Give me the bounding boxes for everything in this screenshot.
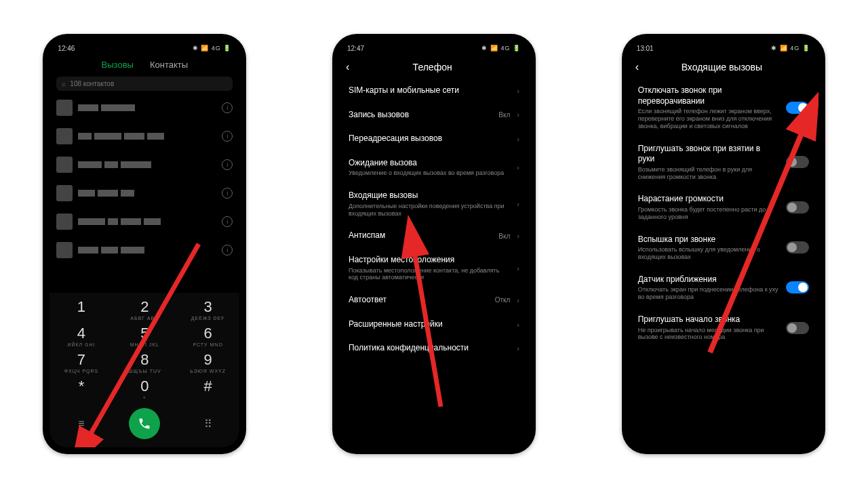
dialkey-5[interactable]: 5МНОП JKL <box>117 325 172 347</box>
setting-sub: Использовать вспышку для уведомления о в… <box>638 246 779 261</box>
setting-sub: Возьмите звонящий телефон в руки для сни… <box>638 166 779 181</box>
dialkey-2[interactable]: 2АБВГ ABC <box>117 298 172 321</box>
setting-value: Вкл <box>498 232 510 240</box>
page-title: Входящие вызовы <box>646 62 798 73</box>
info-icon[interactable]: i <box>222 245 233 256</box>
dialkey-1[interactable]: 1 <box>54 298 108 321</box>
dialkey-9[interactable]: 9ЬЭЮЯ WXYZ <box>181 351 235 373</box>
phone-frame-2: 12:47 ✱ 📶 4G 🔋 ‹ Телефон SIM-карты и моб… <box>332 34 536 454</box>
setting-label: Антиспам <box>349 230 492 241</box>
list-item[interactable]: i <box>56 150 233 179</box>
tab-contacts[interactable]: Контакты <box>150 60 188 70</box>
settings-row[interactable]: Политика конфиденциальности› <box>349 336 519 361</box>
dialkey-6[interactable]: 6РСТУ MNO <box>181 325 235 347</box>
settings-row[interactable]: Приглушать звонок при взятии в рукиВозьм… <box>638 137 809 188</box>
setting-label: Автоответ <box>349 295 488 306</box>
screen-2: 12:47 ✱ 📶 4G 🔋 ‹ Телефон SIM-карты и моб… <box>339 41 529 447</box>
settings-row[interactable]: Расширенные настройки› <box>349 312 519 337</box>
blur <box>78 190 216 197</box>
dialpad: 12АБВГ ABC3ДЕЁЖЗ DEF4ИЙКЛ GHI5МНОП JKL6Р… <box>50 293 239 447</box>
blur <box>78 161 216 168</box>
blur <box>78 104 216 111</box>
setting-label: Вспышка при звонке <box>638 235 779 245</box>
settings-row[interactable]: Датчик приближенияОтключать экран при по… <box>638 268 809 308</box>
info-icon[interactable]: i <box>222 188 233 199</box>
dialkey-4[interactable]: 4ИЙКЛ GHI <box>54 325 108 347</box>
settings-row[interactable]: Отключать звонок при переворачиванииЕсли… <box>638 79 809 137</box>
call-list[interactable]: i i i i i i <box>50 94 239 293</box>
titlebar: ‹ Телефон <box>339 56 529 79</box>
settings-row[interactable]: Переадресация вызовов› <box>349 127 519 151</box>
setting-value: Вкл <box>498 111 510 119</box>
chevron-right-icon: › <box>517 200 519 208</box>
list-item[interactable]: i <box>56 236 233 264</box>
clock: 13:01 <box>637 45 654 52</box>
setting-label: Приглушать начало звонка <box>638 314 779 325</box>
setting-label: Входящие вызовы <box>349 190 510 201</box>
settings-list[interactable]: Отключать звонок при переворачиванииЕсли… <box>629 79 818 447</box>
info-icon[interactable]: i <box>222 159 233 170</box>
settings-list[interactable]: SIM-карты и мобильные сети›Запись вызово… <box>339 79 529 447</box>
back-icon[interactable]: ‹ <box>635 61 639 73</box>
avatar <box>56 185 73 201</box>
setting-sub: Показывать местоположение контакта, не д… <box>349 267 510 282</box>
screen-1: 12:46 ✱ 📶 4G 🔋 Вызовы Контакты ⌕ 108 кон… <box>50 41 239 447</box>
info-icon[interactable]: i <box>222 131 233 142</box>
tab-calls[interactable]: Вызовы <box>102 60 134 70</box>
dialkey-#[interactable]: # <box>181 378 235 400</box>
search-icon: ⌕ <box>62 80 66 87</box>
chevron-right-icon: › <box>517 135 519 143</box>
blur <box>78 218 216 225</box>
phone-frame-3: 13:01 ✱ 📶 4G 🔋 ‹ Входящие вызовы Отключа… <box>622 34 825 454</box>
toggle[interactable] <box>786 241 809 253</box>
setting-sub: Если звонящий телефон лежит экраном ввер… <box>638 108 779 129</box>
search-input[interactable]: ⌕ 108 контактов <box>56 77 233 91</box>
statusbar: 12:47 ✱ 📶 4G 🔋 <box>339 41 529 56</box>
settings-row[interactable]: Запись вызововВкл› <box>349 103 519 127</box>
list-item[interactable]: i <box>56 207 233 236</box>
toggle[interactable] <box>786 102 809 114</box>
settings-row[interactable]: АвтоответОткл› <box>349 288 519 312</box>
status-icons: ✱ 📶 4G 🔋 <box>481 45 521 52</box>
keypad-icon[interactable]: ⠿ <box>193 418 224 430</box>
status-icons: ✱ 📶 4G 🔋 <box>771 45 810 52</box>
status-icons: ✱ 📶 4G 🔋 <box>193 45 232 52</box>
settings-row[interactable]: Входящие вызовыДополнительные настройки … <box>349 184 519 224</box>
setting-value: Откл <box>495 296 511 304</box>
settings-row[interactable]: Ожидание вызоваУведомление о входящих вы… <box>349 151 519 184</box>
toggle[interactable] <box>786 322 809 334</box>
settings-row[interactable]: SIM-карты и мобильные сети› <box>349 79 519 103</box>
search-placeholder: 108 контактов <box>70 80 114 87</box>
list-item[interactable]: i <box>56 94 233 122</box>
dialkey-*[interactable]: * <box>54 378 108 400</box>
titlebar: ‹ Входящие вызовы <box>629 56 818 79</box>
setting-label: SIM-карты и мобильные сети <box>349 85 510 96</box>
info-icon[interactable]: i <box>222 102 233 113</box>
list-item[interactable]: i <box>56 122 233 150</box>
settings-row[interactable]: Нарастание громкостиГромкость звонка буд… <box>638 187 809 227</box>
toggle[interactable] <box>786 201 809 214</box>
toggle[interactable] <box>786 156 809 168</box>
chevron-right-icon: › <box>517 163 519 171</box>
menu-icon[interactable]: ≡ <box>66 418 97 430</box>
screen-3: 13:01 ✱ 📶 4G 🔋 ‹ Входящие вызовы Отключа… <box>629 41 818 447</box>
settings-row[interactable]: Приглушать начало звонкаНе проигрывать н… <box>638 308 809 348</box>
setting-label: Приглушать звонок при взятии в руки <box>638 144 779 165</box>
chevron-right-icon: › <box>517 296 519 304</box>
chevron-right-icon: › <box>517 321 519 329</box>
back-icon[interactable]: ‹ <box>346 61 349 73</box>
settings-row[interactable]: АнтиспамВкл› <box>349 224 519 248</box>
toggle[interactable] <box>786 281 809 293</box>
setting-label: Ожидание вызова <box>349 158 510 169</box>
dialkey-7[interactable]: 7ФХЦЧ PQRS <box>54 351 108 373</box>
call-button[interactable] <box>129 408 160 439</box>
statusbar: 13:01 ✱ 📶 4G 🔋 <box>629 41 818 56</box>
dialkey-8[interactable]: 8ШЩЪЫ TUV <box>117 351 172 373</box>
info-icon[interactable]: i <box>222 216 233 227</box>
settings-row[interactable]: Вспышка при звонкеИспользовать вспышку д… <box>638 228 809 268</box>
settings-row[interactable]: Настройки местоположенияПоказывать место… <box>349 248 519 288</box>
dialkey-3[interactable]: 3ДЕЁЖЗ DEF <box>181 298 235 321</box>
list-item[interactable]: i <box>56 179 233 207</box>
dialkey-0[interactable]: 0+ <box>117 378 172 400</box>
avatar <box>56 128 73 144</box>
